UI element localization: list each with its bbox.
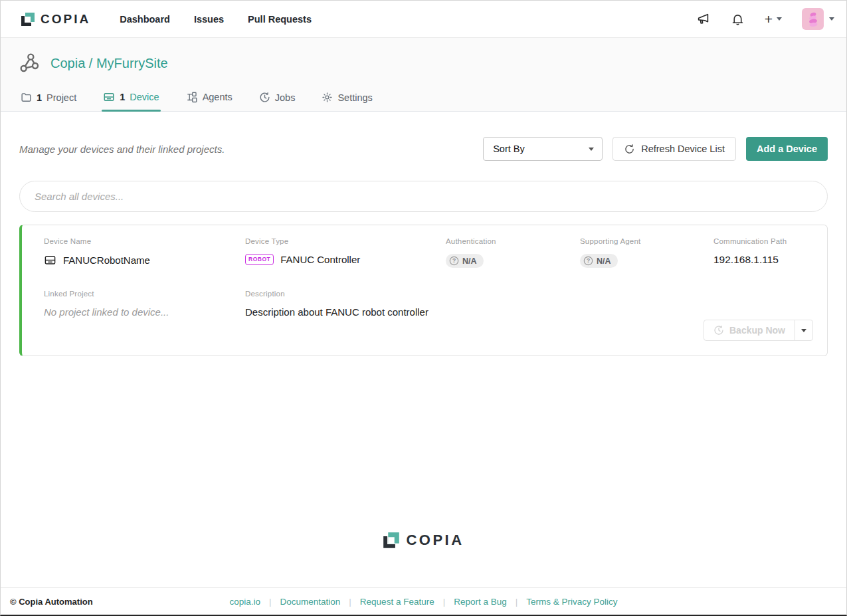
tab-agents-label: Agents — [203, 92, 233, 102]
bottom-bar: © Copia Automation copia.io | Documentat… — [1, 587, 846, 615]
footer-logo: COPIA — [19, 532, 828, 549]
tab-project-count: 1 — [37, 92, 42, 103]
top-navbar: COPIA Dashboard Issues Pull Requests — [1, 1, 846, 38]
tab-device-label: Device — [130, 92, 159, 102]
tab-project[interactable]: 1 Project — [19, 85, 78, 111]
link-copia-io[interactable]: copia.io — [229, 597, 260, 607]
backup-options-dropdown[interactable] — [795, 320, 812, 340]
communication-path-label: Communication Path — [713, 237, 811, 245]
tab-project-label: Project — [47, 92, 76, 103]
footer-links: copia.io | Documentation | Request a Fea… — [229, 597, 617, 607]
linked-project-field: Linked Project No project linked to devi… — [44, 290, 245, 318]
link-separator: | — [349, 597, 351, 607]
search-bar — [19, 181, 828, 212]
tab-jobs[interactable]: Jobs — [258, 85, 297, 111]
link-terms-privacy[interactable]: Terms & Privacy Policy — [526, 597, 617, 607]
page-description: Manage your devices and their linked pro… — [19, 144, 225, 155]
link-separator: | — [443, 597, 446, 607]
link-documentation[interactable]: Documentation — [280, 597, 341, 607]
sort-by-label: Sort By — [493, 144, 525, 154]
backup-clock-icon — [713, 325, 724, 336]
copia-logo-icon — [21, 12, 35, 27]
device-icon — [103, 91, 115, 103]
device-name-value: FANUCRobotName — [63, 255, 150, 266]
question-icon: ? — [587, 257, 590, 264]
breadcrumb-site[interactable]: MyFurrySite — [96, 56, 168, 70]
linked-project-label: Linked Project — [44, 290, 245, 298]
copia-logo-icon — [383, 532, 400, 549]
chevron-down-icon — [829, 17, 834, 21]
announcements-icon[interactable] — [696, 12, 711, 27]
authentication-na-pill: ? N/A — [446, 254, 484, 268]
breadcrumb[interactable]: Copia / MyFurrySite — [50, 56, 168, 71]
link-request-a-feature[interactable]: Request a Feature — [360, 597, 434, 607]
refresh-label: Refresh Device List — [641, 144, 725, 154]
copia-logo[interactable]: COPIA — [21, 12, 90, 27]
authentication-label: Authentication — [446, 237, 580, 245]
devices-page: Manage your devices and their linked pro… — [1, 112, 846, 587]
search-input[interactable] — [19, 181, 828, 212]
breadcrumb-row: Copia / MyFurrySite — [1, 38, 846, 74]
chevron-down-icon — [801, 329, 806, 332]
jobs-history-icon — [259, 92, 270, 103]
description-field: Description Description about FANUC robo… — [245, 290, 713, 318]
navbar-right: + — [696, 8, 834, 30]
device-card-row-2: Linked Project No project linked to devi… — [44, 290, 811, 318]
sort-by-select[interactable]: Sort By — [483, 137, 603, 161]
authentication-field: Authentication ? N/A — [446, 237, 580, 268]
refresh-icon — [624, 144, 635, 155]
active-tab-underline — [102, 110, 160, 112]
tab-settings[interactable]: Settings — [320, 85, 373, 111]
robot-type-badge: ROBOT — [245, 254, 274, 265]
description-label: Description — [245, 290, 713, 298]
device-name-label: Device Name — [44, 237, 245, 245]
primary-nav: Dashboard Issues Pull Requests — [120, 14, 312, 25]
supporting-agent-label: Supporting Agent — [580, 237, 713, 245]
tab-device[interactable]: 1 Device — [102, 84, 160, 111]
link-report-a-bug[interactable]: Report a Bug — [454, 597, 507, 607]
nav-issues[interactable]: Issues — [194, 14, 224, 25]
device-name-field: Device Name FANUCRobotName — [44, 237, 245, 268]
device-type-field: Device Type ROBOT FANUC Controller — [245, 237, 446, 268]
device-type-label: Device Type — [245, 237, 446, 245]
refresh-device-list-button[interactable]: Refresh Device List — [612, 137, 736, 161]
plus-icon: + — [765, 12, 773, 26]
link-separator: | — [516, 597, 518, 607]
backup-split-button: Backup Now — [704, 320, 813, 341]
devices-toolbar: Manage your devices and their linked pro… — [19, 137, 828, 161]
linked-project-value: No project linked to device... — [44, 306, 245, 318]
backup-now-button[interactable]: Backup Now — [704, 320, 795, 340]
footer-brand-name: COPIA — [406, 532, 464, 549]
create-new-dropdown[interactable]: + — [765, 12, 782, 26]
question-icon: ? — [452, 257, 456, 264]
nav-dashboard[interactable]: Dashboard — [120, 14, 170, 25]
supporting-agent-value: N/A — [597, 257, 611, 266]
brand-name: COPIA — [41, 12, 90, 27]
tab-settings-label: Settings — [337, 92, 372, 103]
device-card-row-1: Device Name FANUCRobotName Devi — [44, 237, 811, 268]
user-menu[interactable] — [802, 8, 834, 30]
agents-icon — [186, 91, 198, 103]
device-card[interactable]: Device Name FANUCRobotName Devi — [19, 225, 828, 356]
notifications-bell-icon[interactable] — [731, 12, 745, 27]
nav-pull-requests[interactable]: Pull Requests — [248, 14, 312, 25]
add-device-button[interactable]: Add a Device — [746, 137, 828, 161]
tab-jobs-label: Jobs — [275, 92, 296, 103]
device-type-value: FANUC Controller — [280, 254, 360, 265]
device-icon — [44, 254, 56, 266]
folder-icon — [21, 92, 32, 103]
backup-now-label: Backup Now — [729, 325, 785, 336]
description-value: Description about FANUC robot controller — [245, 306, 713, 318]
communication-path-value: 192.168.1.115 — [713, 254, 811, 266]
gear-icon — [322, 92, 333, 103]
breadcrumb-org[interactable]: Copia — [50, 56, 85, 70]
supporting-agent-na-pill: ? N/A — [580, 254, 618, 268]
chevron-down-icon — [589, 148, 594, 151]
app-window: COPIA Dashboard Issues Pull Requests — [0, 0, 847, 616]
link-separator: | — [269, 597, 272, 607]
site-network-icon — [19, 52, 41, 74]
tab-agents[interactable]: Agents — [185, 84, 234, 111]
tab-bar: 1 Project 1 Device — [1, 84, 846, 111]
copyright-text: © Copia Automation — [10, 597, 93, 607]
tab-device-count: 1 — [120, 92, 125, 102]
